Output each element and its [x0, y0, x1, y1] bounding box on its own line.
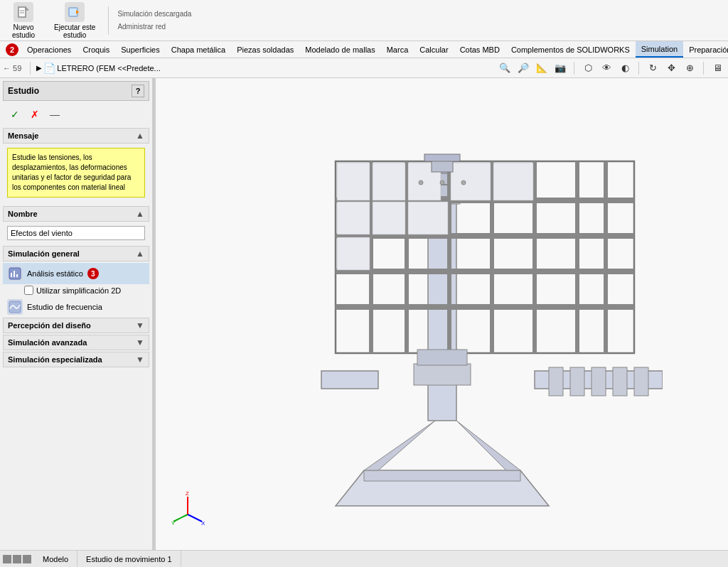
simplificacion-2d-label: Utilizar simplificación 2D — [36, 286, 121, 295]
simulacion-avanzada-section-header[interactable]: Simulación avanzada ▼ — [3, 335, 149, 350]
svg-rect-49 — [417, 350, 467, 365]
simulacion-general-section-header[interactable]: Simulación general ▲ — [3, 246, 149, 261]
minimize-button[interactable]: — — [47, 107, 63, 122]
svg-rect-35 — [451, 163, 491, 200]
model-container — [163, 92, 721, 529]
panel-action-buttons: ✓ ✗ — — [3, 104, 149, 125]
simulacion-especializada-section-header[interactable]: Simulación especializada ▼ — [3, 352, 149, 367]
svg-rect-0 — [18, 7, 26, 17]
camera-icon[interactable]: 📷 — [552, 60, 568, 76]
menu-cotas-mbd[interactable]: Cotas MBD — [454, 41, 505, 58]
axis-indicator: Y X Z — [170, 490, 205, 525]
tab-menu[interactable] — [23, 555, 31, 563]
toolbar-text-actions: Simulación descargada Administrar red — [117, 9, 191, 32]
simulacion-especializada-collapse-icon: ▼ — [136, 355, 144, 364]
3d-model-svg — [222, 94, 663, 527]
administrar-red-label: Administrar red — [117, 22, 191, 32]
svg-line-57 — [188, 514, 202, 522]
pan-icon[interactable]: ✥ — [663, 60, 679, 76]
badge-2: 2 — [6, 43, 18, 56]
mensaje-section-header[interactable]: Mensaje ▲ — [3, 128, 149, 144]
frecuencia-icon — [7, 299, 23, 315]
simplificacion-2d-checkbox[interactable] — [24, 286, 33, 295]
tab-scroll-left[interactable] — [3, 555, 11, 563]
sec-sep3 — [638, 62, 639, 75]
menu-preparacion[interactable]: Preparación del análisis — [683, 41, 728, 58]
svg-marker-14 — [456, 421, 520, 470]
panel-title-label: Estudio — [8, 86, 39, 96]
help-button[interactable]: ? — [132, 85, 144, 97]
svg-rect-42 — [549, 367, 563, 396]
tab-modelo[interactable]: Modelo — [34, 551, 77, 567]
svg-rect-44 — [592, 367, 606, 396]
simulacion-avanzada-label: Simulación avanzada — [8, 338, 87, 347]
svg-rect-38 — [373, 202, 405, 234]
menu-complementos[interactable]: Complementos de SOLIDWORKS — [505, 41, 636, 58]
menu-chapa-metalica[interactable]: Chapa metálica — [166, 41, 231, 58]
tab-estudio-movimiento[interactable]: Estudio de movimiento 1 — [77, 551, 181, 567]
sec-sep — [30, 62, 31, 75]
secondary-toolbar: ← 59 ▶ 📄 LETRERO (FEM <<Predete... 🔍 🔎 📐… — [0, 58, 728, 78]
mensaje-collapse-icon: ▲ — [136, 131, 144, 141]
tree-item-path: ▶ 📄 LETRERO (FEM <<Predete... — [36, 63, 161, 74]
estudio-frecuencia-label: Estudio de frecuencia — [27, 303, 102, 311]
menu-simulation[interactable]: Simulation — [636, 41, 683, 58]
svg-line-55 — [173, 514, 188, 522]
nombre-section-content — [3, 223, 149, 243]
tree-icon: 📄 — [43, 63, 55, 74]
zoom-icon[interactable]: ⊕ — [682, 60, 697, 76]
tab-estudio-label: Estudio de movimiento 1 — [86, 555, 171, 563]
toolbar-sep-1 — [108, 6, 109, 35]
search-icon[interactable]: 🔍 — [497, 60, 513, 76]
svg-rect-46 — [634, 367, 648, 396]
menu-superficies[interactable]: Superficies — [115, 41, 165, 58]
nombre-collapse-icon: ▲ — [136, 209, 144, 219]
cancel-button[interactable]: ✗ — [27, 107, 43, 122]
select-icon[interactable]: 📐 — [534, 60, 550, 76]
nombre-section-header[interactable]: Nombre ▲ — [3, 206, 149, 222]
svg-marker-1 — [26, 7, 28, 10]
ejecutar-estudio-button[interactable]: Ejecutar este estudio — [50, 1, 100, 40]
svg-rect-54 — [424, 154, 460, 161]
simulacion-descargada-button[interactable]: Simulación descargada — [117, 9, 191, 19]
nombre-section-label: Nombre — [8, 210, 38, 218]
menu-modelado-mallas[interactable]: Modelado de mallas — [299, 41, 380, 58]
shading-icon[interactable]: ◐ — [617, 60, 633, 76]
tree-item-label: LETRERO (FEM <<Predete... — [57, 64, 161, 72]
display-icon[interactable]: 🖥 — [710, 60, 725, 76]
percepcion-section-header[interactable]: Percepción del diseño ▼ — [3, 318, 149, 333]
tab-scroll-right[interactable] — [13, 555, 21, 563]
svg-text:X: X — [201, 520, 205, 525]
menu-calcular[interactable]: Calcular — [414, 41, 454, 58]
tab-modelo-label: Modelo — [43, 555, 68, 563]
main-viewport[interactable]: Y X Z — [156, 78, 728, 550]
ejecutar-icon — [65, 2, 85, 22]
menu-marca[interactable]: Marca — [381, 41, 414, 58]
search2-icon[interactable]: 🔎 — [515, 60, 531, 76]
simulacion-general-collapse-icon: ▲ — [136, 249, 144, 259]
left-panel: Estudio ? ✓ ✗ — Mensaje ▲ Estudie las te… — [0, 78, 153, 550]
menu-croquis[interactable]: Croquis — [77, 41, 115, 58]
nombre-input[interactable] — [7, 226, 145, 240]
menu-operaciones[interactable]: Operaciones — [21, 41, 77, 58]
view-options-icon[interactable]: 👁 — [599, 60, 614, 76]
administrar-red-button[interactable]: Administrar red — [117, 22, 191, 32]
svg-point-52 — [461, 180, 466, 185]
tree-arrow: ▶ — [36, 64, 42, 72]
nuevo-estudio-icon — [14, 2, 33, 22]
menu-item-badge2: 2 — [0, 41, 21, 58]
svg-point-50 — [419, 180, 423, 185]
svg-rect-48 — [414, 364, 471, 385]
estudio-frecuencia-option[interactable]: Estudio de frecuencia — [3, 296, 149, 318]
nuevo-estudio-button[interactable]: Nuevo estudio — [6, 1, 41, 40]
analisis-estatico-option[interactable]: Análisis estático 3 — [3, 263, 149, 284]
menu-piezas-soldadas[interactable]: Piezas soldadas — [231, 41, 299, 58]
confirm-button[interactable]: ✓ — [7, 107, 23, 122]
rotate-icon[interactable]: ↻ — [645, 60, 660, 76]
svg-point-51 — [440, 180, 444, 185]
view3d-icon[interactable]: ⬡ — [580, 60, 596, 76]
badge-3: 3 — [87, 268, 99, 279]
mensaje-text: Estudie las tensiones, los desplazamient… — [12, 153, 131, 191]
svg-rect-36 — [493, 163, 533, 200]
property-panel: Estudio ? ✓ ✗ — Mensaje ▲ Estudie las te… — [0, 78, 152, 550]
